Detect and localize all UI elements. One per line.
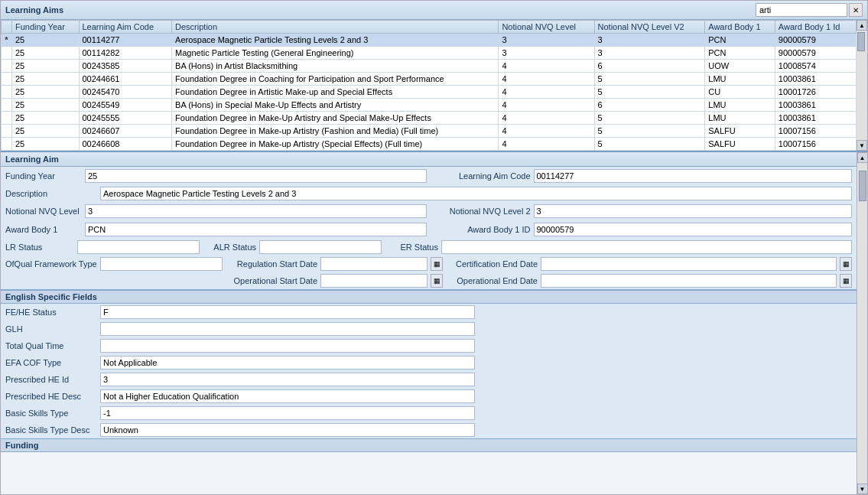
cell-code: 00245549: [79, 99, 172, 112]
nvq-level-field: Notional NVQ Level: [5, 204, 427, 219]
award-body1-id-input[interactable]: [534, 223, 853, 236]
col-header-award-body-id[interactable]: Award Body 1 Id: [775, 21, 856, 34]
award-body1-input[interactable]: [85, 223, 427, 236]
efa-cof-input[interactable]: [100, 356, 475, 370]
description-input[interactable]: [100, 187, 852, 200]
detail-scroll-up[interactable]: ▲: [857, 152, 868, 163]
award-body1-id-label: Award Body 1 ID: [431, 225, 531, 234]
col-header-nvq-v2[interactable]: Notional NVQ Level V2: [594, 21, 705, 34]
total-qual-input[interactable]: [100, 339, 475, 353]
funding-year-input[interactable]: [85, 169, 427, 183]
op-start-calendar-button[interactable]: ▦: [431, 274, 443, 288]
cell-description: Foundation Degree in Coaching for Partic…: [172, 73, 499, 86]
reg-start-calendar-button[interactable]: ▦: [431, 257, 443, 271]
cell-award-body: UOW: [705, 60, 775, 73]
cell-award-body: PCN: [705, 47, 775, 60]
detail-title: Learning Aim: [5, 155, 59, 164]
grid-vertical-scrollbar[interactable]: ▲ ▼: [857, 20, 867, 151]
col-header-award-body[interactable]: Award Body 1: [705, 21, 775, 34]
cell-funding-year: 25: [12, 47, 80, 60]
cell-description: Foundation Degree in Make-up Artistry (F…: [172, 125, 499, 138]
cell-funding-year: 25: [12, 60, 80, 73]
op-end-calendar-button[interactable]: ▦: [840, 274, 852, 288]
scroll-down-arrow[interactable]: ▼: [857, 140, 867, 151]
table-row[interactable]: 25 00244661 Foundation Degree in Coachin…: [2, 73, 857, 86]
detail-scroll-thumb[interactable]: [859, 171, 866, 201]
cell-nvq-level: 3: [499, 47, 594, 60]
detail-vertical-scrollbar[interactable]: ▲ ▼: [857, 152, 867, 494]
ofqual-row: OfQual Framework Type Regulation Start D…: [1, 256, 857, 272]
table-row[interactable]: 25 00246608 Foundation Degree in Make-up…: [2, 138, 857, 151]
cell-description: BA (Hons) in Special Make-Up Effects and…: [172, 99, 499, 112]
fehe-label: FE/HE Status: [5, 308, 97, 317]
col-header-funding-year[interactable]: Funding Year: [12, 21, 80, 34]
cell-award-body: LMU: [705, 112, 775, 125]
glh-input[interactable]: [100, 322, 475, 336]
cert-end-input[interactable]: [541, 257, 837, 271]
total-qual-label: Total Qual Time: [5, 341, 97, 350]
ofqual-input[interactable]: [100, 257, 223, 271]
search-clear-button[interactable]: ✕: [849, 3, 863, 17]
cell-nvq-level: 4: [499, 99, 594, 112]
nvq-input[interactable]: [85, 204, 427, 218]
col-header-code[interactable]: Learning Aim Code: [79, 21, 172, 34]
glh-row: GLH: [1, 321, 857, 337]
table-row[interactable]: 25 00246607 Foundation Degree in Make-up…: [2, 125, 857, 138]
learning-aim-code-input[interactable]: [534, 169, 853, 183]
table-row[interactable]: 25 00245555 Foundation Degree in Make-Up…: [2, 112, 857, 125]
cell-award-body-id: 90000579: [775, 47, 856, 60]
table-row[interactable]: 25 00114282 Magnetic Particle Testing (G…: [2, 47, 857, 60]
cell-award-body: SALFU: [705, 138, 775, 151]
basic-skills-desc-input[interactable]: [100, 423, 475, 437]
cell-code: 00244661: [79, 73, 172, 86]
english-fields-title: English Specific Fields: [5, 292, 97, 301]
cell-award-body-id: 10008574: [775, 60, 856, 73]
prescribed-he-desc-input[interactable]: [100, 389, 475, 403]
scroll-track[interactable]: [857, 31, 867, 140]
alr-status-input[interactable]: [259, 240, 382, 254]
cell-nvq-level: 3: [499, 34, 594, 47]
table-row[interactable]: 25 00245549 BA (Hons) in Special Make-Up…: [2, 99, 857, 112]
cell-award-body-id: 10003861: [775, 99, 856, 112]
prescribed-he-desc-label: Prescribed HE Desc: [5, 392, 97, 401]
scroll-thumb[interactable]: [857, 32, 865, 51]
detail-scroll-track[interactable]: [858, 163, 867, 484]
table-row[interactable]: 25 00245470 Foundation Degree in Artisti…: [2, 86, 857, 99]
cell-award-body: LMU: [705, 73, 775, 86]
col-header-nvq[interactable]: Notional NVQ Level: [499, 21, 594, 34]
lr-status-input[interactable]: [77, 240, 200, 254]
er-status-label: ER Status: [385, 243, 438, 252]
search-input[interactable]: [756, 3, 847, 17]
op-start-input[interactable]: [320, 274, 427, 288]
op-end-input[interactable]: [541, 274, 837, 288]
reg-start-label: Regulation Start Date: [226, 259, 317, 269]
cell-funding-year: 25: [12, 112, 80, 125]
cell-nvq-level-v2: 5: [594, 86, 705, 99]
cell-code: 00114277: [79, 34, 172, 47]
cell-nvq-level-v2: 3: [594, 47, 705, 60]
prescribed-he-id-input[interactable]: [100, 373, 475, 386]
nvq2-input[interactable]: [534, 204, 853, 218]
cell-award-body: PCN: [705, 34, 775, 47]
er-status-input[interactable]: [441, 240, 852, 254]
basic-skills-desc-label: Basic Skills Type Desc: [5, 425, 97, 435]
reg-start-input[interactable]: [320, 257, 427, 271]
search-bar: ✕: [756, 3, 863, 17]
cell-description: Foundation Degree in Artistic Make-up an…: [172, 86, 499, 99]
detail-scroll-down[interactable]: ▼: [857, 484, 868, 494]
fehe-input[interactable]: [100, 305, 475, 319]
funding-header: Funding: [1, 438, 857, 452]
fehe-row: FE/HE Status: [1, 304, 857, 321]
basic-skills-input[interactable]: [100, 406, 475, 420]
cell-code: 00243585: [79, 60, 172, 73]
basic-skills-desc-row: Basic Skills Type Desc: [1, 422, 857, 438]
cell-nvq-level-v2: 5: [594, 125, 705, 138]
english-fields-section: English Specific Fields FE/HE Status GLH…: [1, 290, 857, 438]
table-row[interactable]: * 25 00114277 Aerospace Magnetic Particl…: [2, 34, 857, 47]
table-row[interactable]: 25 00243585 BA (Hons) in Artist Blacksmi…: [2, 60, 857, 73]
scroll-up-arrow[interactable]: ▲: [857, 20, 867, 31]
col-header-description[interactable]: Description: [172, 21, 499, 34]
alr-status-label: ALR Status: [203, 243, 256, 252]
glh-label: GLH: [5, 324, 97, 334]
cert-end-calendar-button[interactable]: ▦: [840, 257, 852, 271]
